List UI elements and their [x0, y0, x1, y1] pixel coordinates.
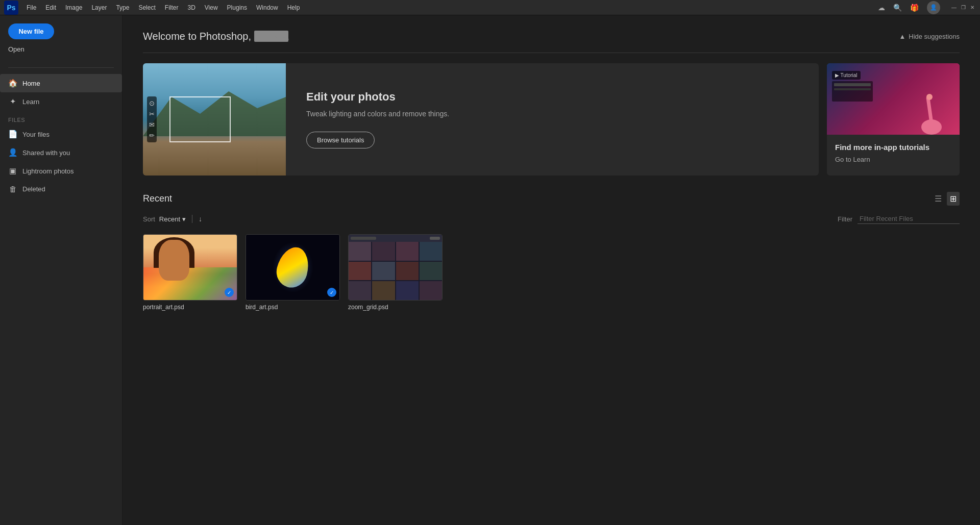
page-title: Welcome to Photoshop, Harsha: [143, 31, 288, 42]
menu-3d[interactable]: 3D: [183, 3, 199, 12]
menubar: Ps File Edit Image Layer Type Select Fil…: [0, 0, 980, 15]
open-button[interactable]: Open: [8, 41, 24, 57]
overlay-tools: ⊙ ✂ ✉ ✏: [147, 96, 157, 142]
cloud-icon[interactable]: ☁: [878, 4, 885, 12]
list-item[interactable]: zoom_grid.psd: [348, 234, 443, 311]
menu-help[interactable]: Help: [283, 3, 304, 12]
close-button[interactable]: ✕: [969, 4, 976, 11]
search-icon[interactable]: 🔍: [893, 4, 902, 12]
file-grid: ✓ portrait_art.psd ✓ bird_art.psd: [143, 234, 960, 311]
sort-direction-button[interactable]: ↓: [199, 215, 202, 223]
hide-suggestions-button[interactable]: ▲ Hide suggestions: [899, 33, 960, 40]
tool-icon-2: ✂: [149, 110, 155, 118]
learn-icon: ✦: [8, 97, 17, 106]
sidebar-item-shared[interactable]: 👤 Shared with you: [0, 143, 122, 162]
maximize-button[interactable]: ❐: [960, 4, 967, 11]
menu-type[interactable]: Type: [112, 3, 133, 12]
go-to-learn-link[interactable]: Go to Learn: [835, 156, 951, 163]
portrait-art-preview: [143, 235, 237, 300]
hide-suggestions-label: Hide suggestions: [909, 33, 960, 40]
welcome-header: Welcome to Photoshop, Harsha ▲ Hide sugg…: [143, 31, 960, 42]
menu-layer[interactable]: Layer: [87, 3, 111, 12]
zoom-grid-art: [349, 242, 442, 300]
sort-filter-row: Sort Recent ▾ ↓ Filter: [143, 214, 960, 224]
sidebar-item-home[interactable]: 🏠 Home: [0, 74, 122, 92]
menu-plugins[interactable]: Plugins: [223, 3, 251, 12]
main-content: Welcome to Photoshop, Harsha ▲ Hide sugg…: [122, 15, 980, 525]
tool-icon-3: ✉: [149, 121, 155, 129]
your-files-label: Your files: [22, 131, 50, 138]
list-view-icon: ☰: [935, 194, 942, 203]
file-name-1: portrait_art.psd: [143, 304, 237, 311]
filter-area: Filter: [838, 214, 960, 224]
sidebar-top: New file Open: [0, 23, 122, 65]
file-thumbnail-1: ✓: [143, 234, 237, 301]
sort-divider: [192, 215, 192, 223]
suggestion-desc: Tweak lighting and colors and remove thi…: [306, 109, 798, 119]
menubar-right: ☁ 🔍 🎁 👤 — ❐ ✕: [878, 1, 976, 14]
tutorials-card-content: Find more in-app tutorials Go to Learn: [827, 135, 960, 171]
sidebar-item-learn[interactable]: ✦ Learn: [0, 92, 122, 111]
shared-label: Shared with you: [22, 149, 70, 157]
file-thumbnail-3: [348, 234, 443, 301]
crop-overlay: [169, 96, 231, 142]
recent-header: Recent ☰ ⊞: [143, 192, 960, 206]
filter-label: Filter: [838, 215, 852, 223]
tool-icon-4: ✏: [149, 132, 155, 139]
menu-view[interactable]: View: [201, 3, 222, 12]
home-icon: 🏠: [8, 79, 17, 88]
lightroom-label: Lightroom photos: [22, 167, 74, 175]
sidebar-item-your-files[interactable]: 📄 Your files: [0, 125, 122, 143]
list-item[interactable]: ✓ portrait_art.psd: [143, 234, 237, 311]
tool-icon-1: ⊙: [149, 99, 155, 107]
tutorials-card: ▶ Tutorial Find more in-app tutorials Go…: [827, 63, 960, 176]
sort-select[interactable]: Recent ▾: [159, 215, 186, 223]
your-files-icon: 📄: [8, 130, 17, 139]
tutorial-ui-preview: [832, 81, 873, 102]
suggestions-divider: [143, 53, 960, 53]
menu-image[interactable]: Image: [61, 3, 86, 12]
chevron-up-icon: ▲: [899, 33, 905, 40]
sort-value: Recent: [159, 215, 180, 223]
browse-tutorials-button[interactable]: Browse tutorials: [306, 132, 375, 148]
new-file-button[interactable]: New file: [8, 23, 54, 39]
app-logo: Ps: [4, 1, 18, 15]
avatar[interactable]: 👤: [927, 1, 940, 14]
sidebar-learn-label: Learn: [22, 98, 39, 106]
menu-file[interactable]: File: [22, 3, 40, 12]
chevron-down-icon: ▾: [182, 215, 186, 223]
file-name-3: zoom_grid.psd: [348, 304, 443, 311]
shared-icon: 👤: [8, 148, 17, 157]
app-logo-text: Ps: [7, 4, 15, 12]
sidebar-home-label: Home: [22, 80, 40, 87]
files-section-title: FILES: [0, 111, 122, 125]
menu-window[interactable]: Window: [252, 3, 282, 12]
minimize-button[interactable]: —: [950, 4, 958, 11]
file-thumbnail-2: ✓: [246, 234, 340, 301]
suggestions-row: ⊙ ✂ ✉ ✏ Edit your photos Tweak lighting …: [143, 63, 960, 176]
marketplace-icon[interactable]: 🎁: [910, 4, 919, 12]
file-selected-check-1: ✓: [225, 288, 234, 297]
grid-view-button[interactable]: ⊞: [947, 192, 960, 206]
file-selected-check-2: ✓: [327, 288, 336, 297]
tutorials-card-title: Find more in-app tutorials: [835, 143, 951, 152]
app-body: New file Open 🏠 Home ✦ Learn FILES 📄 You…: [0, 15, 980, 525]
grid-view-icon: ⊞: [950, 194, 957, 203]
menubar-items: File Edit Image Layer Type Select Filter…: [22, 3, 304, 12]
sidebar-item-deleted[interactable]: 🗑 Deleted: [0, 180, 122, 198]
edit-photos-image: ⊙ ✂ ✉ ✏: [143, 63, 286, 176]
filter-input[interactable]: [857, 214, 960, 224]
tutorial-preview-overlay: ▶ Tutorial: [832, 71, 861, 80]
list-item[interactable]: ✓ bird_art.psd: [246, 234, 340, 311]
deleted-label: Deleted: [22, 185, 45, 193]
sidebar-divider: [8, 67, 114, 68]
list-view-button[interactable]: ☰: [932, 192, 945, 206]
menu-select[interactable]: Select: [134, 3, 159, 12]
menu-filter[interactable]: Filter: [161, 3, 183, 12]
file-name-2: bird_art.psd: [246, 304, 340, 311]
menu-edit[interactable]: Edit: [41, 3, 60, 12]
deleted-icon: 🗑: [8, 185, 17, 193]
fish-art-preview: [246, 235, 339, 300]
recent-title: Recent: [143, 193, 172, 204]
sidebar-item-lightroom[interactable]: ▣ Lightroom photos: [0, 162, 122, 180]
